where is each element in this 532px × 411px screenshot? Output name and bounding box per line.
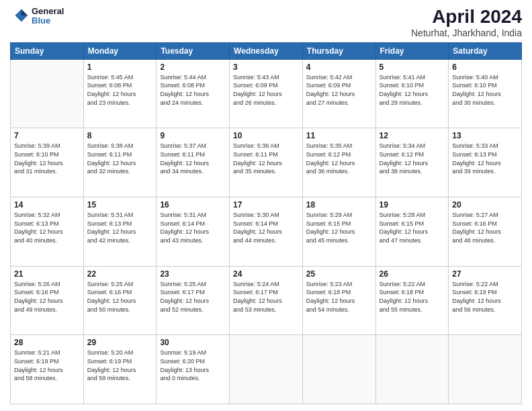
calendar-cell	[375, 335, 449, 404]
week-row: 28Sunrise: 5:21 AM Sunset: 6:19 PM Dayli…	[11, 335, 522, 404]
calendar-cell: 4Sunrise: 5:42 AM Sunset: 6:09 PM Daylig…	[302, 59, 375, 128]
day-number: 5	[380, 62, 445, 72]
week-row: 21Sunrise: 5:26 AM Sunset: 6:16 PM Dayli…	[11, 266, 522, 335]
day-number: 29	[87, 338, 153, 347]
day-info: Sunrise: 5:39 AM Sunset: 6:10 PM Dayligh…	[14, 142, 80, 175]
calendar-cell: 6Sunrise: 5:40 AM Sunset: 6:10 PM Daylig…	[449, 59, 522, 128]
day-number: 13	[452, 131, 518, 140]
day-info: Sunrise: 5:25 AM Sunset: 6:16 PM Dayligh…	[87, 280, 153, 314]
col-wednesday: Wednesday	[230, 42, 303, 59]
day-info: Sunrise: 5:38 AM Sunset: 6:11 PM Dayligh…	[87, 142, 153, 175]
day-info: Sunrise: 5:42 AM Sunset: 6:09 PM Dayligh…	[306, 73, 372, 107]
day-number: 10	[233, 131, 299, 140]
week-row: 7Sunrise: 5:39 AM Sunset: 6:10 PM Daylig…	[11, 128, 522, 197]
day-info: Sunrise: 5:37 AM Sunset: 6:11 PM Dayligh…	[160, 142, 226, 175]
day-info: Sunrise: 5:20 AM Sunset: 6:19 PM Dayligh…	[87, 349, 153, 382]
calendar-cell: 8Sunrise: 5:38 AM Sunset: 6:11 PM Daylig…	[83, 128, 157, 197]
day-number: 23	[160, 269, 226, 279]
calendar-cell: 24Sunrise: 5:24 AM Sunset: 6:17 PM Dayli…	[230, 266, 303, 335]
day-info: Sunrise: 5:22 AM Sunset: 6:19 PM Dayligh…	[452, 280, 518, 314]
calendar-title: April 2024	[411, 7, 522, 28]
calendar-cell	[11, 59, 84, 128]
day-info: Sunrise: 5:19 AM Sunset: 6:20 PM Dayligh…	[160, 349, 226, 382]
week-row: 1Sunrise: 5:45 AM Sunset: 6:08 PM Daylig…	[11, 59, 522, 128]
logo-icon	[10, 7, 29, 26]
header: General Blue April 2024 Neturhat, Jharkh…	[10, 7, 522, 38]
day-info: Sunrise: 5:35 AM Sunset: 6:12 PM Dayligh…	[306, 142, 372, 175]
calendar-cell: 19Sunrise: 5:28 AM Sunset: 6:15 PM Dayli…	[375, 197, 449, 267]
calendar-header: Sunday Monday Tuesday Wednesday Thursday…	[11, 42, 522, 59]
day-number: 21	[14, 269, 80, 279]
calendar-cell: 14Sunrise: 5:32 AM Sunset: 6:13 PM Dayli…	[11, 197, 84, 267]
day-number: 3	[233, 62, 299, 72]
calendar-cell: 27Sunrise: 5:22 AM Sunset: 6:19 PM Dayli…	[449, 266, 522, 335]
day-info: Sunrise: 5:26 AM Sunset: 6:16 PM Dayligh…	[14, 280, 80, 314]
day-info: Sunrise: 5:24 AM Sunset: 6:17 PM Dayligh…	[233, 280, 299, 314]
day-number: 24	[233, 269, 299, 279]
col-thursday: Thursday	[302, 42, 375, 59]
calendar-cell: 22Sunrise: 5:25 AM Sunset: 6:16 PM Dayli…	[83, 266, 157, 335]
calendar-cell: 12Sunrise: 5:34 AM Sunset: 6:12 PM Dayli…	[375, 128, 449, 197]
page: General Blue April 2024 Neturhat, Jharkh…	[0, 0, 532, 411]
day-number: 4	[306, 62, 372, 72]
calendar-cell: 23Sunrise: 5:25 AM Sunset: 6:17 PM Dayli…	[157, 266, 230, 335]
day-info: Sunrise: 5:31 AM Sunset: 6:14 PM Dayligh…	[160, 211, 226, 244]
calendar-cell: 17Sunrise: 5:30 AM Sunset: 6:14 PM Dayli…	[230, 197, 303, 267]
day-number: 17	[233, 200, 299, 210]
calendar-subtitle: Neturhat, Jharkhand, India	[411, 28, 522, 38]
calendar-cell: 2Sunrise: 5:44 AM Sunset: 6:08 PM Daylig…	[157, 59, 230, 128]
day-number: 27	[452, 269, 518, 279]
day-number: 14	[14, 200, 80, 210]
calendar-cell: 11Sunrise: 5:35 AM Sunset: 6:12 PM Dayli…	[302, 128, 375, 197]
day-number: 19	[380, 200, 445, 210]
day-number: 1	[87, 62, 153, 72]
week-row: 14Sunrise: 5:32 AM Sunset: 6:13 PM Dayli…	[11, 197, 522, 267]
day-info: Sunrise: 5:45 AM Sunset: 6:08 PM Dayligh…	[87, 73, 153, 107]
calendar-cell: 1Sunrise: 5:45 AM Sunset: 6:08 PM Daylig…	[83, 59, 157, 128]
logo-line1: General	[32, 7, 64, 16]
calendar-cell: 28Sunrise: 5:21 AM Sunset: 6:19 PM Dayli…	[11, 335, 84, 404]
day-number: 9	[160, 131, 226, 140]
day-info: Sunrise: 5:25 AM Sunset: 6:17 PM Dayligh…	[160, 280, 226, 314]
calendar-cell: 26Sunrise: 5:22 AM Sunset: 6:18 PM Dayli…	[375, 266, 449, 335]
col-monday: Monday	[83, 42, 157, 59]
calendar-cell: 21Sunrise: 5:26 AM Sunset: 6:16 PM Dayli…	[11, 266, 84, 335]
day-info: Sunrise: 5:36 AM Sunset: 6:11 PM Dayligh…	[233, 142, 299, 175]
day-info: Sunrise: 5:31 AM Sunset: 6:13 PM Dayligh…	[87, 211, 153, 244]
day-info: Sunrise: 5:40 AM Sunset: 6:10 PM Dayligh…	[452, 73, 518, 107]
col-saturday: Saturday	[449, 42, 522, 59]
day-number: 18	[306, 200, 372, 210]
calendar-cell: 18Sunrise: 5:29 AM Sunset: 6:15 PM Dayli…	[302, 197, 375, 267]
day-number: 25	[306, 269, 372, 279]
day-info: Sunrise: 5:44 AM Sunset: 6:08 PM Dayligh…	[160, 73, 226, 107]
day-number: 2	[160, 62, 226, 72]
day-number: 26	[380, 269, 445, 279]
day-info: Sunrise: 5:32 AM Sunset: 6:13 PM Dayligh…	[14, 211, 80, 244]
calendar-cell	[302, 335, 375, 404]
calendar-cell: 10Sunrise: 5:36 AM Sunset: 6:11 PM Dayli…	[230, 128, 303, 197]
day-info: Sunrise: 5:34 AM Sunset: 6:12 PM Dayligh…	[380, 142, 445, 175]
calendar-cell: 13Sunrise: 5:33 AM Sunset: 6:13 PM Dayli…	[449, 128, 522, 197]
calendar-cell: 3Sunrise: 5:43 AM Sunset: 6:09 PM Daylig…	[230, 59, 303, 128]
day-info: Sunrise: 5:33 AM Sunset: 6:13 PM Dayligh…	[452, 142, 518, 175]
logo-text: General Blue	[32, 7, 64, 26]
logo: General Blue	[10, 7, 64, 26]
day-info: Sunrise: 5:21 AM Sunset: 6:19 PM Dayligh…	[14, 349, 80, 382]
calendar-cell: 7Sunrise: 5:39 AM Sunset: 6:10 PM Daylig…	[11, 128, 84, 197]
col-sunday: Sunday	[11, 42, 84, 59]
day-number: 6	[452, 62, 518, 72]
logo-line2: Blue	[32, 16, 64, 26]
calendar-cell: 20Sunrise: 5:27 AM Sunset: 6:16 PM Dayli…	[449, 197, 522, 267]
title-block: April 2024 Neturhat, Jharkhand, India	[411, 7, 522, 38]
day-info: Sunrise: 5:43 AM Sunset: 6:09 PM Dayligh…	[233, 73, 299, 107]
calendar-body: 1Sunrise: 5:45 AM Sunset: 6:08 PM Daylig…	[11, 59, 522, 404]
day-info: Sunrise: 5:30 AM Sunset: 6:14 PM Dayligh…	[233, 211, 299, 244]
day-number: 16	[160, 200, 226, 210]
day-info: Sunrise: 5:41 AM Sunset: 6:10 PM Dayligh…	[380, 73, 445, 107]
day-info: Sunrise: 5:27 AM Sunset: 6:16 PM Dayligh…	[452, 211, 518, 244]
day-number: 15	[87, 200, 153, 210]
day-info: Sunrise: 5:29 AM Sunset: 6:15 PM Dayligh…	[306, 211, 372, 244]
calendar-cell: 15Sunrise: 5:31 AM Sunset: 6:13 PM Dayli…	[83, 197, 157, 267]
day-number: 11	[306, 131, 372, 140]
calendar-cell: 30Sunrise: 5:19 AM Sunset: 6:20 PM Dayli…	[157, 335, 230, 404]
